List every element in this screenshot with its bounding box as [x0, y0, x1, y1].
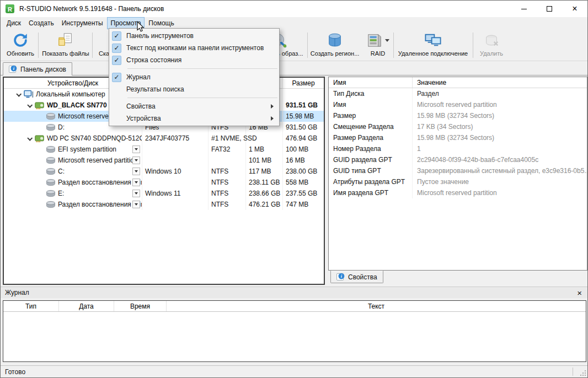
- property-row[interactable]: Смещение Раздела17 KB (34 Sectors): [329, 121, 587, 132]
- close-button[interactable]: ×: [562, 1, 587, 17]
- menu-item-label: Строка состояния: [126, 56, 278, 64]
- device-row[interactable]: WD PC SN740 SDDPNQD-512G-11...2347JF4037…: [4, 133, 324, 144]
- view-menu-item-log[interactable]: ✓Журнал: [109, 71, 279, 83]
- property-row[interactable]: Тип ДискаРаздел: [329, 88, 587, 99]
- toolbar-button-raid[interactable]: RAID: [362, 31, 393, 60]
- partition-menu-button[interactable]: [132, 179, 140, 186]
- combo-arrow-icon: [135, 203, 138, 206]
- device-tree-cell: C:: [4, 166, 142, 177]
- toolbar-button-show-files[interactable]: Показать файлы: [40, 31, 91, 60]
- property-row[interactable]: GUID раздела GPT2c294048-0f39-424b-baa6-…: [329, 154, 587, 165]
- device-row[interactable]: Раздел восстановления Win...NTFS238.11 G…: [4, 177, 324, 188]
- partition-icon: [46, 167, 56, 176]
- device-name: Раздел восстановления Win...: [58, 179, 142, 186]
- log-column-header[interactable]: Дата: [59, 301, 114, 311]
- property-row[interactable]: Номер Раздела1: [329, 143, 587, 154]
- device-size-cell: 931.50 GB: [283, 122, 324, 133]
- computer-icon: [24, 90, 34, 99]
- partition-menu-button[interactable]: [132, 145, 140, 153]
- expander-icon[interactable]: [25, 137, 34, 141]
- dropdown-caret-icon[interactable]: [385, 39, 389, 42]
- toolbar-separator: [473, 33, 473, 58]
- device-label-cell: [142, 144, 209, 155]
- device-fs-cell: NTFS: [209, 188, 246, 199]
- tab-properties[interactable]: i Свойства: [330, 271, 383, 283]
- maximize-button[interactable]: [537, 1, 562, 17]
- partition-menu-button[interactable]: [132, 201, 140, 208]
- view-menu-item-toolbar-text[interactable]: ✓Текст под кнопками на панели инструмент…: [109, 42, 279, 54]
- value-column-header[interactable]: Значение: [413, 77, 587, 88]
- property-row[interactable]: ИмяMicrosoft reserved partition: [329, 99, 587, 110]
- view-menu-item-search-results[interactable]: Результаты поиска: [109, 83, 279, 95]
- expander-icon[interactable]: [14, 93, 23, 96]
- device-row[interactable]: Microsoft reserved partition101 MB16 MB: [4, 155, 324, 166]
- close-icon[interactable]: ×: [577, 289, 582, 297]
- device-row[interactable]: Раздел восстановления Win...NTFS476.21 G…: [4, 199, 324, 210]
- view-menu-item-properties[interactable]: Свойства: [109, 100, 279, 112]
- title-bar[interactable]: R R-STUDIO Network 9.5.191648 - Панель д…: [1, 1, 587, 17]
- property-row[interactable]: GUID типа GPTЗарезервированный системный…: [329, 165, 587, 176]
- app-window: R R-STUDIO Network 9.5.191648 - Панель д…: [0, 0, 588, 378]
- combo-arrow-icon: [135, 159, 138, 161]
- toolbar-button-remote-connection[interactable]: Удаленное подключение: [394, 31, 472, 60]
- device-row[interactable]: C:Windows 10NTFS117 MB238.00 GB: [4, 166, 324, 177]
- device-size-cell: 476.94 GB: [283, 133, 324, 144]
- device-row[interactable]: E:Windows 11NTFS238.66 GB237.55 GB: [4, 188, 324, 199]
- device-size-cell: 238.00 GB: [283, 166, 324, 177]
- menubar-item-tools[interactable]: Инструменты: [58, 17, 107, 29]
- property-value: 2c294048-0f39-424b-baa6-c7efcaa4005c: [413, 154, 587, 165]
- name-column-header[interactable]: Имя: [329, 77, 413, 88]
- expander-icon[interactable]: [25, 104, 34, 107]
- device-row[interactable]: EFI system partitionFAT321 MB100 MB: [4, 144, 324, 155]
- device-name: Microsoft reserved partition: [58, 156, 138, 164]
- tab-label: Панель дисков: [20, 66, 66, 73]
- property-row[interactable]: Размер15.98 MB (32734 Sectors): [329, 110, 587, 121]
- property-name: Имя: [329, 99, 413, 110]
- device-name: Локальный компьютер: [36, 90, 105, 98]
- toolbar-button-label: Обновить: [7, 50, 34, 57]
- partition-menu-button[interactable]: [132, 190, 140, 197]
- menu-item-label: Результаты поиска: [126, 85, 278, 93]
- property-value: Microsoft reserved partition: [413, 99, 587, 110]
- partition-menu-button[interactable]: [132, 156, 140, 164]
- checkmark-icon: ✓: [112, 56, 121, 65]
- view-menu-item-devices[interactable]: Устройства: [109, 112, 279, 125]
- checkmark-icon: ✓: [112, 31, 121, 41]
- property-name: Размер: [329, 110, 413, 121]
- device-size-cell: 15.98 MB: [283, 111, 324, 122]
- property-row[interactable]: Имя раздела GPTMicrosoft reserved partit…: [329, 187, 587, 198]
- disk-icon: [35, 101, 45, 110]
- combo-arrow-icon: [135, 181, 138, 183]
- info-panel-icon: i: [336, 273, 345, 281]
- check-placeholder: [112, 85, 121, 94]
- view-menu-item-status-bar[interactable]: ✓Строка состояния: [109, 54, 279, 66]
- property-value: 15.98 MB (32734 Sectors): [413, 110, 587, 121]
- menubar-item-disk[interactable]: Диск: [3, 17, 25, 29]
- property-value: Пустое значение: [413, 176, 587, 187]
- device-name: E:: [58, 190, 64, 197]
- property-row[interactable]: Размер Раздела15.98 MB (32734 Sectors): [329, 132, 587, 143]
- toolbar-button-create-region[interactable]: Создать регион...: [308, 31, 361, 60]
- log-column-header[interactable]: Время: [114, 301, 167, 311]
- menubar-item-help[interactable]: Помощь: [145, 17, 178, 29]
- menu-item-label: Панель инструментов: [126, 32, 278, 40]
- app-logo-icon: R: [5, 4, 15, 14]
- log-column-header[interactable]: Текст: [167, 301, 586, 311]
- view-menu: ✓Панель инструментов✓Текст под кнопками …: [109, 28, 280, 126]
- menubar-item-view[interactable]: Просмотр: [107, 17, 145, 29]
- property-row[interactable]: Атрибуты раздела GPTПустое значение: [329, 176, 587, 187]
- log-headers: ТипДатаВремяТекст: [3, 301, 586, 312]
- tab-device-panel[interactable]: i Панель дисков: [3, 62, 72, 75]
- maximize-icon: [547, 6, 552, 12]
- remote-icon: [425, 32, 441, 48]
- size-column-header[interactable]: Размер: [283, 78, 324, 88]
- device-tree-cell: Microsoft reserved partition: [4, 155, 142, 166]
- log-column-header[interactable]: Тип: [3, 301, 59, 311]
- toolbar-button-refresh[interactable]: Обновить: [3, 31, 38, 60]
- device-label-cell: Windows 10: [142, 166, 209, 177]
- minimize-button[interactable]: [511, 1, 537, 17]
- view-menu-item-toolbar[interactable]: ✓Панель инструментов: [109, 30, 279, 42]
- resize-grip-icon[interactable]: [579, 369, 586, 376]
- partition-menu-button[interactable]: [132, 168, 140, 175]
- menubar-item-create[interactable]: Создать: [25, 17, 58, 29]
